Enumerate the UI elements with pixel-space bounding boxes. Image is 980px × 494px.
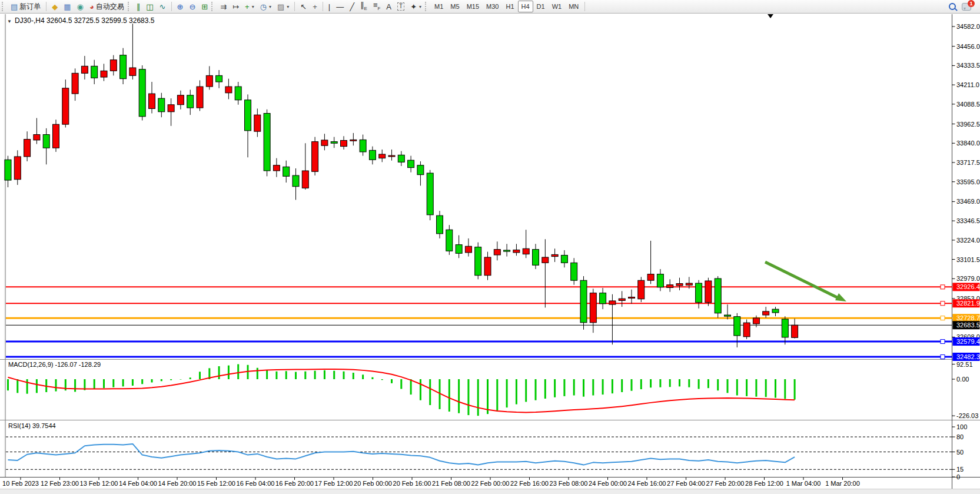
price-tick-label: 34456.0 — [956, 43, 980, 50]
candle-body — [417, 165, 424, 175]
time-axis-label: 27 Feb 04:00 — [667, 480, 705, 487]
candle-body — [245, 100, 251, 131]
macd-axis-label: 0.00 — [956, 376, 969, 383]
trend-arrow-head[interactable] — [835, 293, 846, 301]
candle-body — [293, 175, 299, 187]
candle-body — [235, 87, 241, 100]
rsi-axis-label: 15 — [956, 466, 964, 473]
macd-panel-label: MACD(12,26,9) -126.07 -128.29 — [8, 361, 101, 368]
candle-body — [542, 257, 549, 263]
candle-body — [782, 319, 788, 337]
candle-body — [158, 98, 165, 112]
candle-body — [600, 293, 606, 304]
price-chip-label: 32821.9 — [956, 300, 980, 307]
candle-body — [686, 283, 692, 285]
price-line-handle[interactable] — [941, 316, 945, 320]
time-axis-label: 1 Mar 20:00 — [825, 480, 860, 487]
price-chip-label: 32683.5 — [956, 321, 980, 329]
candle-body — [206, 75, 212, 87]
candle-body — [561, 255, 567, 263]
candle-body — [53, 124, 59, 148]
price-line-handle[interactable] — [941, 354, 945, 359]
candle-body — [398, 155, 404, 162]
time-axis-label: 28 Feb 12:00 — [745, 480, 783, 487]
price-tick-label: 33962.5 — [956, 121, 980, 128]
candle-body — [341, 140, 347, 146]
chart-title-text: DJ30-,H4 32604.5 32725.5 32599.5 32683.5 — [15, 16, 155, 25]
trend-arrow-line[interactable] — [765, 262, 838, 298]
candle-body — [715, 279, 721, 313]
candle-body — [734, 317, 740, 336]
candle-body — [254, 115, 261, 131]
price-tick-label: 33224.0 — [956, 237, 980, 244]
candle-body — [647, 274, 654, 281]
candle-body — [676, 284, 683, 286]
candle-body — [216, 75, 222, 82]
candle-body — [513, 250, 520, 253]
candle-body — [379, 154, 386, 158]
candle-body — [139, 69, 145, 117]
price-line-handle[interactable] — [941, 340, 945, 344]
time-axis-label: 15 Feb 12:00 — [197, 480, 235, 487]
candle-body — [484, 257, 491, 276]
macd-axis-label: 92.51 — [956, 361, 973, 368]
candle-body — [725, 315, 731, 316]
price-tick-label: 34088.5 — [956, 101, 980, 108]
candle-body — [225, 87, 232, 93]
chart-title: ▼DJ30-,H4 32604.5 32725.5 32599.5 32683.… — [7, 16, 154, 25]
candle-body — [24, 140, 31, 157]
candle-body — [619, 299, 625, 300]
time-axis-label: 14 Feb 20:00 — [158, 480, 197, 487]
time-axis-label: 14 Feb 04:00 — [119, 480, 157, 487]
candle-body — [705, 281, 712, 303]
candle-body — [792, 325, 798, 337]
candle-body — [350, 140, 357, 141]
candle-body — [475, 247, 481, 276]
candle-body — [5, 160, 11, 180]
price-line-handle[interactable] — [941, 301, 945, 306]
time-axis-label: 16 Feb 20:00 — [275, 480, 314, 487]
time-axis-label: 10 Feb 2023 — [2, 480, 39, 487]
candle-body — [437, 215, 443, 234]
one-click-trading-toggle[interactable]: ▼ — [7, 19, 12, 24]
price-tick-label: 34582.0 — [956, 23, 980, 30]
time-axis-label: 20 Feb 16:00 — [393, 480, 431, 487]
time-axis-label: 23 Feb 08:00 — [550, 480, 588, 487]
candle-body — [129, 68, 136, 75]
candle-body — [590, 293, 596, 323]
candle-body — [264, 113, 270, 171]
candle-body — [321, 140, 328, 145]
candle-body — [34, 135, 40, 140]
time-axis-label: 1 Mar 04:00 — [786, 480, 821, 487]
candle-body — [494, 250, 500, 255]
candle-body — [331, 142, 337, 144]
time-axis-label: 22 Feb 00:00 — [471, 480, 510, 487]
candle-body — [504, 250, 510, 251]
candle-body — [91, 66, 98, 78]
candle-body — [552, 254, 558, 256]
candle-body — [571, 263, 577, 280]
candle-body — [197, 87, 203, 108]
time-axis-label: 24 Feb 16:00 — [628, 480, 666, 487]
price-chip-label: 32482.3 — [956, 353, 980, 360]
candle-body — [168, 105, 174, 112]
price-line-handle[interactable] — [941, 285, 945, 289]
time-axis-label: 21 Feb 08:00 — [432, 480, 470, 487]
candle-body — [629, 297, 635, 299]
chart-shift-marker[interactable] — [768, 14, 773, 18]
candle-body — [72, 73, 78, 94]
candle-body — [43, 135, 49, 148]
candle-body — [657, 274, 663, 287]
candle-body — [753, 318, 759, 324]
price-chip-label: 32728.7 — [956, 314, 980, 321]
time-axis-label: 16 Feb 04:00 — [237, 480, 275, 487]
status-strip — [0, 489, 980, 494]
chart-canvas[interactable]: 34582.034456.034333.534211.034088.533962… — [0, 0, 980, 494]
rsi-axis-label: 80 — [956, 433, 964, 440]
candle-body — [312, 142, 318, 172]
price-tick-label: 33595.0 — [956, 178, 980, 185]
candle-body — [177, 95, 184, 105]
candle-body — [609, 301, 616, 304]
time-axis-label: 12 Feb 23:00 — [41, 480, 79, 487]
candle-body — [120, 55, 127, 79]
